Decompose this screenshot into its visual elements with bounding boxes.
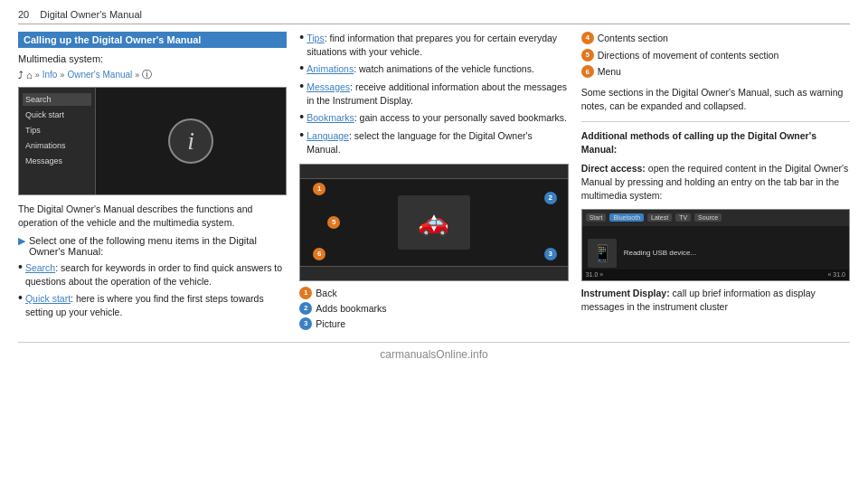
instr-tab-source[interactable]: Source [694, 213, 722, 222]
bullet-dot-icon: • [299, 128, 304, 156]
numbered-item: 6 Menu [581, 65, 850, 79]
page-header: 20 Digital Owner's Manual [18, 9, 850, 24]
link-tips[interactable]: Tips [307, 33, 324, 43]
direct-access-text: Direct access: open the required content… [581, 162, 850, 203]
screen2-bottombar [300, 266, 567, 280]
column-2: • Tips: find information that prepares y… [299, 32, 568, 333]
screen-main-area: i [96, 88, 286, 194]
list-item: • Quick start: here is where you find th… [18, 292, 287, 318]
numbered-list: 4 Contents section 5 Directions of movem… [581, 32, 850, 79]
badge-num-2: 2 [299, 302, 312, 315]
bullet-dot-icon: • [299, 61, 304, 76]
instrument-display-text: Instrument Display: call up brief inform… [581, 287, 850, 314]
bullet-arrow-item: ▶ Select one of the following menu items… [18, 235, 287, 257]
badge-6: 6 [313, 248, 326, 260]
bullet-dot-icon: • [299, 31, 304, 58]
list-item-text: Animations: watch animations of the vehi… [307, 62, 534, 76]
screen2-topbar [300, 165, 567, 179]
additional-heading-text: Additional methods of calling up the Dig… [581, 130, 816, 155]
additional-heading: Additional methods of calling up the Dig… [581, 129, 850, 156]
divider [581, 121, 850, 122]
arrow-up: ▲ [429, 212, 439, 222]
multimedia-label: Multimedia system: [18, 53, 287, 64]
instr-tab-start[interactable]: Start [586, 213, 607, 222]
time-bar: 31.0 » « 31.0 [582, 269, 849, 280]
nav-chevron-2: » [60, 71, 64, 80]
menu-search[interactable]: Search [23, 93, 91, 106]
list-item-text: Tips: find information that prepares you… [307, 32, 568, 58]
numbered-item-text: Directions of movement of contents secti… [598, 49, 779, 62]
info-circle-icon: i [168, 118, 213, 164]
link-animations[interactable]: Animations [307, 63, 354, 74]
time-right: « 31.0 [828, 271, 845, 278]
nav-chevron-3: » [135, 71, 139, 80]
nav-home-icon: ⌂ [26, 70, 33, 80]
menu-messages[interactable]: Messages [23, 155, 91, 167]
nav-chevron-1: » [35, 71, 40, 80]
arrow-marker: ▶ [18, 235, 25, 257]
badge-num-4: 4 [581, 32, 594, 44]
menu-quickstart[interactable]: Quick start [23, 109, 91, 121]
bullet-arrow-text: Select one of the following menu items i… [29, 235, 287, 257]
badge-1: 1 [313, 183, 326, 195]
link-bookmarks[interactable]: Bookmarks [307, 112, 354, 123]
link-messages[interactable]: Messages [307, 81, 350, 92]
numbered-item: 5 Directions of movement of contents sec… [581, 49, 850, 62]
badge-num-5: 5 [581, 49, 594, 61]
badge-label-2: Adds bookmarks [316, 303, 386, 314]
badge-num-3: 3 [299, 317, 312, 330]
badge-3: 3 [544, 248, 557, 260]
usb-icon: 📱 [588, 239, 617, 268]
list-item-text: Quick start: here is where you find the … [25, 292, 287, 318]
instr-tab-bluetooth[interactable]: Bluetooth [609, 213, 644, 222]
badge-2: 2 [544, 192, 557, 204]
col1-bullet-list: • Search: search for keywords in order t… [18, 261, 287, 318]
nav-info[interactable]: Info [42, 70, 58, 80]
bullet-dot-icon: • [299, 110, 304, 125]
screen-mockup-2: 🚗 1 2 3 5 6 ▲ ▼ [299, 164, 568, 281]
time-left: 31.0 » [586, 271, 603, 278]
instr-tab-tv[interactable]: TV [675, 213, 691, 222]
page-number: 20 [18, 9, 29, 20]
list-item: • Bookmarks: gain access to your persona… [299, 111, 568, 125]
badge-num-6: 6 [581, 65, 594, 78]
nav-owners-manual[interactable]: Owner's Manual [67, 70, 132, 80]
content-grid: Calling up the Digital Owner's Manual Mu… [18, 32, 850, 333]
list-item: • Language: select the language for the … [299, 129, 568, 156]
body-text-1: The Digital Owner's Manual describes the… [18, 203, 287, 230]
nav-back-icon: ⤴ [18, 70, 24, 80]
link-search[interactable]: Search [25, 262, 55, 273]
arrows-overlay: ▲ ▼ [429, 212, 439, 233]
instrument-display-heading: Instrument Display: [581, 288, 670, 298]
badge-5: 5 [327, 216, 340, 229]
screen-mockup-1: Search Quick start Tips Animations Messa… [18, 87, 287, 195]
numbered-item-text: Contents section [598, 32, 668, 45]
instr-display-bar: Start Bluetooth Latest TV Source [582, 210, 849, 226]
column-1: Calling up the Digital Owner's Manual Mu… [18, 32, 287, 333]
menu-animations[interactable]: Animations [23, 139, 91, 152]
badge-num-1: 1 [299, 287, 312, 299]
instr-tab-latest[interactable]: Latest [647, 213, 672, 222]
screen2-overlay: 🚗 1 2 3 5 6 ▲ ▼ [300, 165, 567, 280]
badge-label-item: 2 Adds bookmarks [299, 302, 568, 315]
badge-label-list: 1 Back 2 Adds bookmarks 3 Picture [299, 287, 568, 330]
page-title-header: Digital Owner's Manual [40, 9, 142, 20]
numbered-item: 4 Contents section [581, 32, 850, 45]
watermark: carmanualsOnline.info [18, 342, 850, 361]
body-text-col3: Some sections in the Digital Owner's Man… [581, 86, 850, 113]
page-container: 20 Digital Owner's Manual Calling up the… [0, 0, 868, 370]
list-item: • Animations: watch animations of the ve… [299, 62, 568, 76]
menu-tips[interactable]: Tips [23, 124, 91, 137]
section-heading: Calling up the Digital Owner's Manual [18, 32, 287, 48]
column-3: 4 Contents section 5 Directions of movem… [581, 32, 850, 333]
col2-bullet-list: • Tips: find information that prepares y… [299, 32, 568, 156]
link-language[interactable]: Language [307, 130, 349, 141]
badge-label-1: Back [316, 288, 336, 298]
list-item-text: Search: search for keywords in order to … [25, 261, 287, 288]
link-quickstart[interactable]: Quick start [25, 293, 71, 304]
list-item-text: Bookmarks: gain access to your personall… [307, 111, 567, 125]
list-item: • Tips: find information that prepares y… [299, 32, 568, 58]
bullet-dot-icon: • [299, 80, 304, 107]
list-item: • Search: search for keywords in order t… [18, 261, 287, 288]
list-item-text: Language: select the language for the Di… [307, 129, 568, 156]
